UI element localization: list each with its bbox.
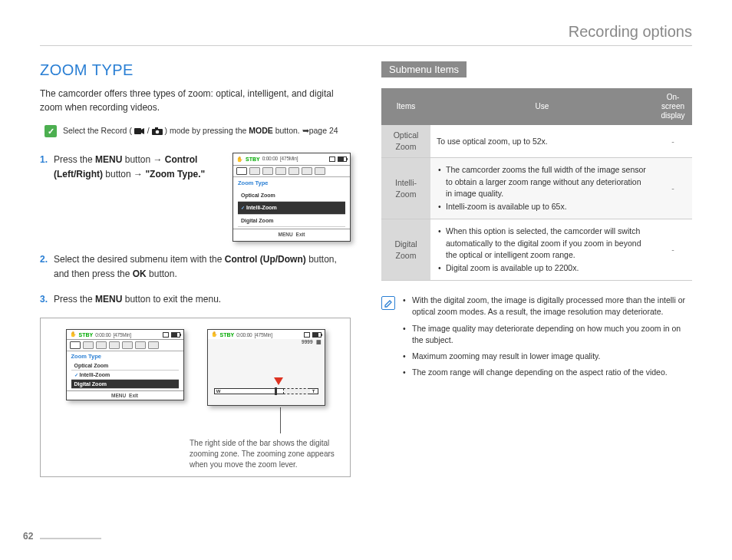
lcd-tab-bar [67, 340, 183, 351]
use-bullet: The camcorder zooms the full width of th… [437, 164, 648, 199]
use-cell: To use optical zoom, up to 52x. [430, 125, 654, 158]
step-text: Press the [54, 294, 95, 305]
stby-label: STBY [246, 155, 260, 163]
lcd-tab [236, 167, 247, 175]
chapter-title: Recording options [40, 23, 692, 46]
lcd-menu-title: Zoom Type [233, 177, 350, 189]
page-ref-arrow: ➥ [302, 126, 309, 135]
lcd-tab [275, 167, 286, 175]
battery-icon [171, 332, 180, 338]
lcd-menu-item-label: Intelli-Zoom [246, 205, 277, 210]
hand-icon: ✋ [236, 155, 243, 163]
figure-box: ✋ STBY 0:00:00 [475Min] [40, 318, 351, 477]
step-text: button [105, 169, 134, 180]
lcd-tab [96, 341, 107, 349]
info-bullet: The image quality may deteriorate depend… [403, 323, 692, 346]
zoom-tele-label: T [310, 389, 318, 394]
note-suffix: ) mode by pressing the [165, 126, 249, 135]
mode-note-text: Select the Record ( / ) mode by pressing… [63, 125, 338, 137]
remaining-time: [475Min] [280, 155, 298, 163]
step-bold: Control (Up/Down) [225, 254, 306, 265]
remaining-time: [475Min] [254, 332, 272, 338]
note-page-ref: page 24 [309, 126, 338, 135]
mode-note: Select the Record ( / ) mode by pressing… [40, 122, 351, 140]
lcd-tab [302, 167, 312, 175]
zoom-indicator-icon [274, 377, 283, 385]
lcd-tab-bar [233, 166, 350, 177]
page-number: 62 [23, 531, 33, 542]
left-column: ZOOM TYPE The camcorder offers three typ… [40, 61, 351, 477]
note-prefix: Select the Record ( [63, 126, 132, 135]
lcd-menu-item: Optical Zoom [71, 361, 179, 371]
lcd-tab [315, 167, 325, 175]
display-cell: - [654, 125, 692, 158]
section-intro: The camcorder offers three types of zoom… [40, 87, 351, 114]
svg-rect-0 [134, 128, 141, 134]
tick-icon: ✓ [241, 206, 245, 210]
table-header-items: Items [381, 88, 430, 125]
time-counter: 0:00:00 [262, 155, 278, 163]
step-text: button. [149, 268, 177, 279]
lcd-menu-title: Zoom Type [67, 351, 183, 361]
menu-label: MENU [278, 231, 292, 239]
svg-rect-2 [155, 127, 158, 130]
check-icon [45, 125, 57, 137]
remaining-time: [475Min] [113, 332, 130, 338]
step-bold: MENU [95, 294, 122, 305]
lcd-menu-item-selected: ✓Intelli-Zoom [238, 202, 345, 215]
time-counter: 0:00:00 [95, 332, 110, 338]
display-cell: - [654, 219, 692, 281]
use-bullet: When this option is selected, the camcor… [437, 226, 648, 261]
stby-label: STBY [220, 332, 235, 338]
note-bold: MODE [249, 126, 273, 135]
manual-page: Recording options ZOOM TYPE The camcorde… [0, 0, 732, 560]
battery-icon [338, 156, 347, 162]
lcd-screenshot-menu-2: ✋ STBY 0:00:00 [475Min] [66, 329, 184, 400]
lcd-tab [135, 341, 146, 349]
step-2: Select the desired submenu item with the… [40, 252, 351, 282]
info-bullet: Maximum zooming may result in lower imag… [403, 351, 692, 362]
battery-icon [312, 332, 321, 338]
lcd-menu-item-label: Intelli-Zoom [80, 372, 110, 377]
exit-label: Exit [296, 231, 305, 239]
table-row: Intelli-Zoom The camcorder zooms the ful… [381, 158, 692, 219]
step-bold: OK [133, 268, 147, 279]
info-note: With the digital zoom, the image is digi… [381, 295, 692, 383]
info-bullet: The zoom range will change depending on … [403, 367, 692, 378]
tick-icon: ✓ [74, 373, 78, 377]
svg-point-3 [155, 130, 159, 134]
zoom-wide-label: W [215, 389, 223, 394]
step-text: Select the desired submenu item with the [54, 254, 225, 265]
sd-icon [329, 156, 335, 162]
lcd-menu-item: Optical Zoom [238, 189, 345, 202]
info-bullet: With the digital zoom, the image is digi… [403, 295, 692, 318]
menu-label: MENU [111, 393, 126, 398]
step-text: button [125, 154, 153, 165]
section-heading: ZOOM TYPE [40, 61, 351, 79]
lcd-tab [148, 341, 159, 349]
table-row: Optical Zoom To use optical zoom, up to … [381, 125, 692, 158]
info-list: With the digital zoom, the image is digi… [403, 295, 692, 383]
submenu-heading: Submenu Items [381, 61, 467, 77]
lcd-screenshot-preview: ✋ STBY 0:00:00 [475Min] 9999 ▦ [207, 329, 325, 406]
lcd-menu-item: Digital Zoom [238, 215, 345, 227]
step-text: Press the [54, 154, 95, 165]
display-cell: - [654, 158, 692, 219]
step-bold: "Zoom Type." [145, 169, 205, 180]
callout-line [280, 407, 281, 433]
step-3: Press the MENU button to exit the menu. [40, 292, 351, 307]
lcd-tab [70, 341, 81, 349]
sd-icon [304, 332, 310, 338]
step-text: button to exit the menu. [125, 294, 221, 305]
pencil-note-icon [381, 296, 395, 310]
steps-list: Press the MENU button → Control (Left/Ri… [40, 153, 351, 307]
photo-counter: 9999 [302, 339, 312, 345]
lcd-screenshot-menu-1: ✋ STBY 0:00:00 [475Min] [232, 153, 351, 242]
exit-label: Exit [129, 393, 138, 398]
digital-zoom-zone [283, 388, 309, 394]
use-bullet: Digital zoom is available up to 2200x. [437, 262, 648, 274]
lcd-tab [289, 167, 299, 175]
zoom-bar: W T [214, 388, 318, 394]
use-cell: When this option is selected, the camcor… [430, 219, 654, 281]
step-bold: MENU [95, 154, 122, 165]
